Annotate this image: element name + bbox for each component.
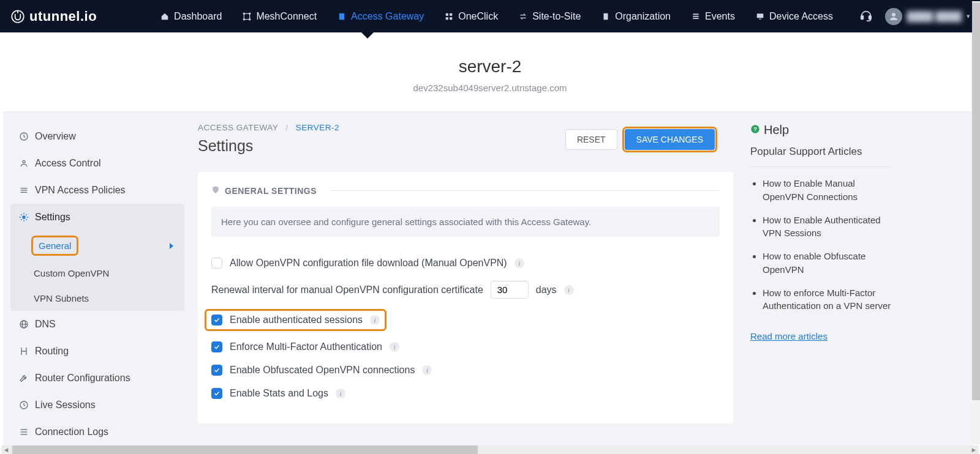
sidebar-item-routing[interactable]: Routing (10, 338, 187, 365)
svg-rect-14 (693, 18, 698, 19)
sidebar-item-live-sessions[interactable]: Live Sessions (10, 392, 187, 419)
avatar-icon (885, 8, 902, 25)
nav-right: ████ ████ ▾ (859, 8, 970, 25)
scroll-left-icon[interactable]: ◄ (1, 445, 11, 454)
list-icon (692, 12, 700, 21)
svg-point-21 (23, 160, 25, 163)
nav-label: Device Access (769, 11, 833, 22)
sidebar-item-router-config[interactable]: Router Configurations (10, 365, 187, 392)
label-auth-sessions: Enable authenticated sessions (230, 314, 363, 326)
reset-button[interactable]: RESET (565, 129, 617, 150)
nav-organization[interactable]: Organization (594, 7, 678, 26)
grid-icon (445, 12, 453, 21)
top-nav: utunnel.io Dashboard MeshConnect Access … (0, 0, 980, 32)
renewal-input[interactable] (491, 281, 529, 299)
sidebar-label: DNS (35, 319, 56, 330)
info-icon[interactable]: i (370, 315, 380, 325)
monitor-icon (756, 12, 764, 21)
nav-device-access[interactable]: Device Access (748, 7, 840, 26)
checkbox-allow-ovpn[interactable] (211, 258, 222, 269)
info-icon[interactable]: i (422, 365, 432, 375)
sidebar-item-vpn-policies[interactable]: VPN Access Policies (10, 177, 187, 204)
sidebar-item-dns[interactable]: DNS (10, 311, 187, 338)
row-mfa: Enforce Multi-Factor Authentication i (211, 335, 720, 359)
gear-icon (19, 212, 29, 222)
svg-point-25 (23, 216, 25, 218)
checkbox-stats[interactable] (211, 388, 222, 399)
help-articles-list: How to Enable Manual OpenVPN Connections… (750, 177, 891, 313)
sidebar-sub-label: Custom OpenVPN (34, 268, 109, 278)
scroll-thumb[interactable] (12, 445, 478, 454)
server-icon (337, 12, 346, 21)
logs-icon (19, 427, 29, 437)
globe-icon (19, 319, 29, 329)
help-article[interactable]: How to Enable Authenticated VPN Sessions (763, 214, 891, 240)
help-panel: ? Help Popular Support Articles How to E… (750, 118, 897, 445)
svg-rect-17 (861, 16, 864, 19)
svg-rect-1 (244, 13, 250, 19)
caret-down-icon: ▾ (967, 12, 970, 20)
sidebar-item-connection-logs[interactable]: Connection Logs (10, 419, 187, 445)
scroll-right-icon[interactable]: ► (969, 445, 979, 454)
help-subtitle: Popular Support Articles (750, 146, 891, 167)
user-menu[interactable]: ████ ████ ▾ (885, 8, 970, 25)
breadcrumb-root[interactable]: ACCESS GATEWAY (198, 123, 278, 132)
label-renewal-post: days (536, 285, 557, 296)
checkbox-auth-sessions[interactable] (211, 314, 222, 326)
sidebar-label: Connection Logs (35, 426, 108, 437)
sidebar-item-settings[interactable]: Settings (10, 204, 184, 231)
mesh-icon (243, 12, 251, 21)
svg-point-5 (249, 18, 251, 20)
nav-site-to-site[interactable]: Site-to-Site (511, 7, 588, 26)
support-headset-icon[interactable] (859, 9, 873, 24)
nav-meshconnect[interactable]: MeshConnect (235, 7, 324, 26)
nav-events[interactable]: Events (684, 7, 742, 26)
help-article[interactable]: How to Enable Manual OpenVPN Connections (763, 177, 891, 204)
sidebar-item-overview[interactable]: Overview (10, 123, 187, 150)
help-article[interactable]: How to enforce Multi-Factor Authenticati… (763, 286, 891, 313)
horizontal-scrollbar[interactable]: ◄ ► (1, 445, 979, 454)
clock-icon (19, 132, 29, 141)
sidebar-label: Router Configurations (35, 373, 130, 384)
sidebar-sub-vpn-subnets[interactable]: VPN Subnets (10, 286, 184, 311)
info-icon[interactable]: i (514, 258, 524, 268)
nav-access-gateway[interactable]: Access Gateway (330, 7, 431, 26)
info-icon[interactable]: i (390, 342, 399, 352)
info-icon[interactable]: i (336, 389, 345, 398)
help-article[interactable]: How to enable Obfuscate OpenVPN (763, 250, 891, 277)
breadcrumb-current[interactable]: SERVER-2 (296, 123, 339, 132)
svg-rect-7 (446, 13, 448, 15)
brand-name: utunnel.io (29, 9, 97, 24)
sidebar-item-access-control[interactable]: Access Control (10, 150, 187, 177)
read-more-link[interactable]: Read more articles (750, 331, 827, 341)
svg-rect-8 (450, 13, 452, 15)
sidebar-sub-custom-openvpn[interactable]: Custom OpenVPN (10, 261, 184, 286)
sidebar-label: Settings (35, 212, 70, 223)
row-stats: Enable Stats and Logs i (211, 382, 720, 405)
brand[interactable]: utunnel.io (10, 9, 97, 24)
settings-card: GENERAL SETTINGS Here you can oversee an… (198, 172, 733, 423)
vertical-scrollbar[interactable] (972, 1, 980, 444)
sidebar-sub-general[interactable]: General (10, 231, 184, 261)
shield-icon (211, 185, 220, 196)
sidebar-sub-label: VPN Subnets (34, 293, 89, 303)
save-changes-button[interactable]: SAVE CHANGES (625, 129, 715, 150)
brand-logo-icon (10, 9, 26, 24)
nav-label: MeshConnect (256, 11, 317, 22)
scroll-thumb[interactable] (972, 2, 980, 400)
nav-dashboard[interactable]: Dashboard (153, 7, 229, 26)
page-actions: RESET SAVE CHANGES (565, 129, 715, 150)
row-obfuscated: Enable Obfuscated OpenVPN connections i (211, 359, 720, 382)
nav-label: Events (705, 11, 735, 22)
server-hostname: dev232sub4049server2.utnstage.com (0, 83, 980, 93)
help-heading: ? Help (750, 123, 891, 137)
clock-icon (19, 400, 29, 410)
label-renewal-pre: Renewal interval for manual OpenVPN conf… (211, 285, 483, 296)
checkbox-obfuscated[interactable] (211, 365, 222, 376)
help-icon: ? (750, 123, 760, 137)
checkbox-mfa[interactable] (211, 341, 222, 352)
content-area: Overview Access Control VPN Access Polic… (3, 111, 974, 445)
info-icon[interactable]: i (564, 285, 574, 295)
nav-oneclick[interactable]: OneClick (437, 7, 505, 26)
exchange-icon (519, 12, 527, 21)
